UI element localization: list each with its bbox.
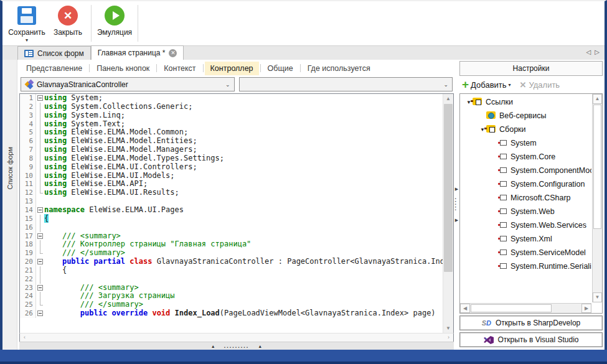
subtab-5[interactable]: Где используется — [302, 62, 376, 75]
tree-item[interactable]: Веб-сервисы — [460, 109, 591, 123]
fold-margin[interactable] — [36, 301, 44, 309]
scrollbar-thumb[interactable] — [593, 105, 601, 229]
scroll-down-icon[interactable]: ▼ — [443, 324, 453, 333]
tree-item[interactable]: System.Configuration — [460, 177, 591, 191]
close-button[interactable]: ✕ Закрыть — [47, 1, 88, 45]
fold-margin[interactable] — [36, 275, 44, 284]
splitter-collapse-right-icon[interactable]: ▶ — [455, 218, 458, 223]
remove-reference-button[interactable]: ✕ Удалить — [520, 80, 560, 90]
subtab-4[interactable]: Общие — [262, 62, 299, 75]
fold-collapse-icon[interactable] — [37, 310, 43, 316]
code-line[interactable]: 17 /// <summary> — [20, 232, 443, 241]
fold-margin[interactable] — [36, 111, 44, 120]
tree-item[interactable]: System.Core — [460, 150, 591, 164]
tree-item[interactable]: System.Web.Services — [460, 218, 591, 232]
tree-item[interactable]: System — [460, 136, 591, 150]
fold-margin[interactable] — [36, 232, 44, 241]
code-line[interactable]: 19 /// </summary> — [20, 249, 443, 258]
tab-scroll-right-icon[interactable]: ▷ — [595, 49, 600, 55]
fold-margin[interactable] — [36, 240, 44, 249]
tree-item[interactable]: System.Web — [460, 205, 591, 218]
fold-margin[interactable] — [36, 172, 44, 180]
code-line[interactable]: 8using EleWise.ELMA.Model.Types.Settings… — [20, 154, 443, 163]
save-dropdown-arrow-icon[interactable]: ▾ — [26, 37, 28, 43]
scroll-down-icon[interactable]: ▼ — [593, 292, 602, 302]
fold-margin[interactable] — [36, 146, 44, 154]
fold-margin[interactable] — [36, 120, 44, 129]
subtab-0[interactable]: Представление — [21, 62, 88, 75]
tab-close-icon[interactable]: ✕ — [169, 49, 177, 57]
scroll-right-icon[interactable]: › — [444, 334, 453, 342]
tab-forms-list[interactable]: Список форм — [17, 46, 91, 60]
code-line[interactable]: 1using System; — [20, 94, 443, 103]
scroll-right-icon[interactable]: ▶ — [581, 304, 591, 313]
fold-margin[interactable] — [36, 223, 44, 232]
code-line[interactable]: 3using System.Linq; — [20, 111, 443, 120]
tab-scroll-left-icon[interactable]: ◁ — [586, 49, 591, 55]
fold-margin[interactable] — [36, 189, 44, 197]
fold-margin[interactable] — [36, 163, 44, 172]
fold-collapse-icon[interactable] — [37, 259, 43, 264]
code-line[interactable]: 26 public override void Index_Load(PageL… — [20, 309, 443, 318]
editor-horizontal-scrollbar[interactable]: ‹ › — [19, 333, 454, 342]
code-line[interactable]: 22 — [20, 275, 443, 284]
code-line[interactable]: 21 { — [20, 266, 443, 275]
tree-horizontal-scrollbar[interactable]: ◀ ▶ — [460, 303, 591, 313]
fold-margin[interactable] — [36, 137, 44, 146]
fold-margin[interactable] — [36, 309, 44, 318]
scroll-left-icon[interactable]: ◀ — [460, 304, 470, 313]
code-line[interactable]: 20 public partial class GlavnayaStranica… — [20, 258, 443, 266]
splitter-collapse-up-icon[interactable]: ▲ — [258, 344, 262, 348]
save-button[interactable]: Сохранить ▾ — [6, 1, 47, 45]
code-editor[interactable]: 1using System;2using System.Collections.… — [20, 94, 443, 333]
code-line[interactable]: 13 — [20, 197, 443, 206]
tree-item[interactable]: System.Runtime.Serializa — [460, 259, 591, 273]
subtab-2[interactable]: Контекст — [158, 62, 201, 75]
code-line[interactable]: 10using EleWise.ELMA.UI.Models; — [20, 172, 443, 180]
forms-list-side-tab[interactable]: Список форм — [2, 60, 17, 350]
fold-margin[interactable] — [36, 94, 44, 103]
add-reference-button[interactable]: + Добавить ▾ — [462, 80, 511, 90]
splitter-collapse-up-icon[interactable]: ▲ — [211, 344, 215, 348]
open-visualstudio-button[interactable]: Открыть в Visual Studio — [459, 332, 603, 347]
scroll-up-icon[interactable]: ▲ — [593, 94, 602, 104]
fold-collapse-icon[interactable] — [37, 207, 43, 213]
tab-main-page[interactable]: Главная страница * ✕ — [91, 45, 184, 60]
fold-collapse-icon[interactable] — [37, 95, 43, 101]
side-splitter[interactable]: ▶ ..... ▶ — [454, 60, 459, 350]
fold-margin[interactable] — [36, 249, 44, 258]
scrollbar-thumb[interactable] — [444, 104, 453, 272]
fold-margin[interactable] — [36, 292, 44, 301]
splitter-collapse-right-icon[interactable]: ▶ — [455, 187, 458, 192]
code-line[interactable]: 5using EleWise.ELMA.Model.Common; — [20, 128, 443, 137]
fold-margin[interactable] — [36, 215, 44, 223]
tree-item[interactable]: ▼Сборки — [460, 123, 591, 136]
code-line[interactable]: 9using EleWise.ELMA.UI.Controllers; — [20, 163, 443, 172]
code-line[interactable]: 12using EleWise.ELMA.UI.Results; — [20, 189, 443, 197]
subtab-1[interactable]: Панель кнопок — [91, 62, 155, 75]
bottom-splitter[interactable]: ▲ ......... ▲ — [19, 342, 454, 350]
code-line[interactable]: 25 /// </summary> — [20, 301, 443, 309]
code-line[interactable]: 15{ — [20, 215, 443, 223]
fold-margin[interactable] — [36, 154, 44, 163]
code-line[interactable]: 24 /// Загрузка страницы — [20, 292, 443, 301]
fold-collapse-icon[interactable] — [37, 285, 43, 291]
tree-item[interactable]: Microsoft.CSharp — [460, 191, 591, 205]
scroll-left-icon[interactable]: ‹ — [20, 334, 29, 342]
controller-class-combobox[interactable]: GlavnayaStranicaController ⌄ — [21, 77, 235, 91]
scroll-up-icon[interactable]: ▲ — [443, 94, 453, 103]
tree-vertical-scrollbar[interactable]: ▲ ▼ — [592, 94, 602, 302]
emulation-button[interactable]: Эмуляция — [94, 1, 135, 45]
fold-margin[interactable] — [36, 206, 44, 215]
code-line[interactable]: 6using EleWise.ELMA.Model.Entities; — [20, 137, 443, 146]
code-line[interactable]: 23 /// <summary> — [20, 284, 443, 292]
code-line[interactable]: 14namespace EleWise.ELMA.UI.Pages — [20, 206, 443, 215]
fold-margin[interactable] — [36, 180, 44, 189]
fold-margin[interactable] — [36, 197, 44, 206]
tree-item[interactable]: ▼Ссылки — [460, 95, 591, 109]
fold-margin[interactable] — [36, 258, 44, 266]
fold-margin[interactable] — [36, 128, 44, 137]
open-sharpdevelop-button[interactable]: SD Открыть в SharpDevelop — [459, 315, 603, 330]
code-line[interactable]: 18 /// Контроллер страницы "Главная стра… — [20, 240, 443, 249]
tree-item[interactable]: System.ServiceModel — [460, 246, 591, 259]
